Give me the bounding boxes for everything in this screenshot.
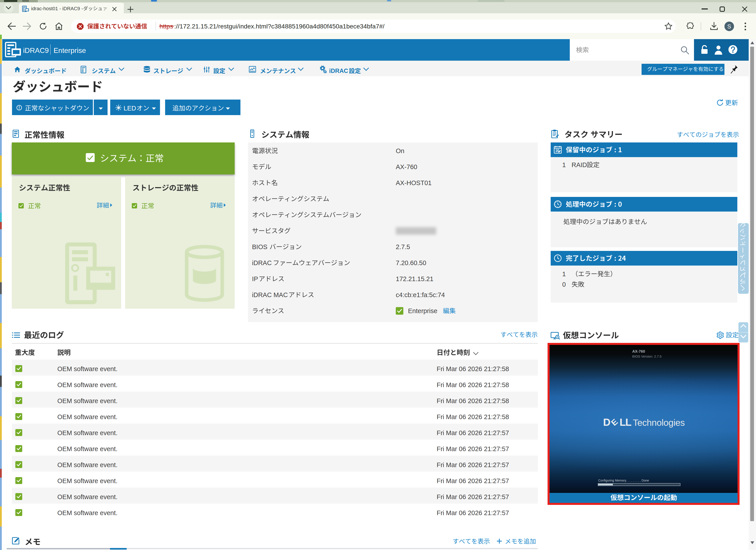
svg-text:D: D — [604, 417, 610, 428]
svg-text:L: L — [625, 417, 632, 428]
svg-text:Technologies: Technologies — [633, 418, 685, 428]
svg-text:E: E — [609, 417, 620, 428]
svg-text:L: L — [620, 417, 626, 428]
